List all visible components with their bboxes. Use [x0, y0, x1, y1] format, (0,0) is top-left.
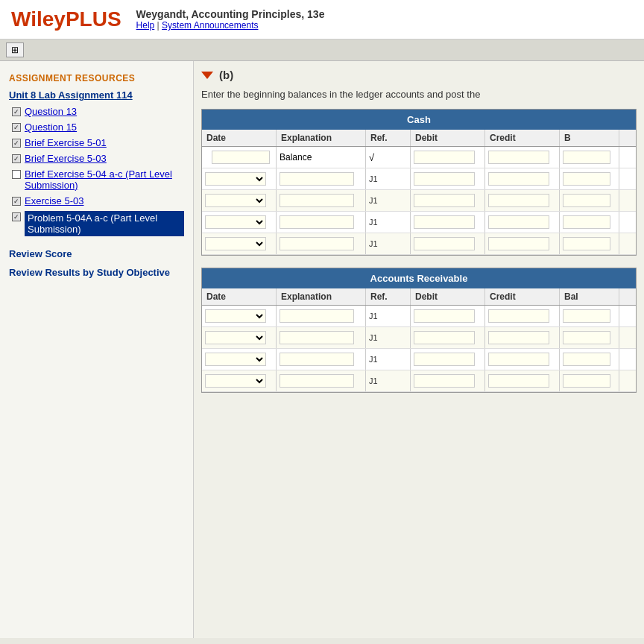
cash-r2-date-select[interactable]	[205, 194, 266, 207]
cash-r4-credit-input[interactable]	[488, 237, 549, 250]
ar-r1-debit-input[interactable]	[414, 309, 475, 323]
cash-r3-bal[interactable]	[560, 212, 619, 233]
ar-r4-explanation[interactable]	[277, 370, 366, 391]
sidebar-unit-title[interactable]: Unit 8 Lab Assignment 114	[0, 86, 193, 104]
ar-r4-explanation-input[interactable]	[280, 374, 354, 388]
cash-r3-credit-input[interactable]	[488, 215, 549, 229]
ar-r1-explanation-input[interactable]	[280, 309, 354, 323]
ar-r2-explanation[interactable]	[277, 327, 366, 348]
ar-r3-date[interactable]	[202, 349, 277, 370]
cash-r2-debit[interactable]	[411, 190, 485, 211]
cash-r2-bal-input[interactable]	[563, 194, 610, 207]
ar-r1-explanation[interactable]	[277, 306, 366, 326]
sidebar-item-ex503[interactable]: Exercise 5-03	[0, 193, 193, 209]
ar-r4-debit-input[interactable]	[414, 374, 475, 388]
sidebar-item-be503[interactable]: Brief Exercise 5-03	[0, 151, 193, 166]
cash-r2-credit[interactable]	[485, 190, 560, 211]
help-link[interactable]: Help	[136, 20, 155, 31]
cash-r1-explanation[interactable]	[277, 168, 366, 189]
collapse-icon[interactable]	[201, 72, 213, 79]
sidebar-item-q15[interactable]: Question 15	[0, 119, 193, 135]
sidebar-review-results[interactable]: Review Results by Study Objective	[0, 263, 193, 282]
cash-r2-date[interactable]	[202, 190, 277, 211]
cash-balance-debit[interactable]	[411, 147, 485, 168]
ar-r2-credit[interactable]	[485, 327, 560, 348]
cash-r3-explanation[interactable]	[277, 212, 366, 233]
ar-r3-bal-input[interactable]	[563, 353, 610, 366]
sidebar-link-ex503[interactable]: Exercise 5-03	[25, 195, 83, 206]
ar-r2-credit-input[interactable]	[488, 331, 549, 344]
announcements-link[interactable]: System Announcements	[162, 20, 258, 31]
cash-r3-explanation-input[interactable]	[280, 215, 354, 229]
sidebar-item-q13[interactable]: Question 13	[0, 104, 193, 119]
cash-balance-date[interactable]	[202, 147, 277, 168]
ar-r2-date[interactable]	[202, 327, 277, 348]
review-results-link[interactable]: Review Results by Study Objective	[9, 267, 170, 278]
cash-r4-credit[interactable]	[485, 233, 560, 254]
cash-r4-bal[interactable]	[560, 233, 619, 254]
sidebar-item-be504[interactable]: Brief Exercise 5-04 a-c (Part Level Subm…	[0, 166, 193, 193]
cash-balance-credit-input[interactable]	[488, 151, 549, 164]
cash-r1-date[interactable]	[202, 168, 277, 189]
cash-r1-date-select[interactable]	[205, 172, 266, 186]
ar-r4-bal-input[interactable]	[563, 374, 610, 388]
ar-r3-debit[interactable]	[411, 349, 485, 370]
ar-r3-debit-input[interactable]	[414, 353, 475, 366]
cash-r4-debit-input[interactable]	[414, 237, 475, 250]
expand-button[interactable]: ⊞	[6, 42, 24, 57]
cash-r2-bal[interactable]	[560, 190, 619, 211]
cash-balance-credit[interactable]	[485, 147, 560, 168]
cash-balance-bal-input[interactable]	[563, 151, 610, 164]
ar-r1-debit[interactable]	[411, 306, 485, 326]
sidebar-link-be503[interactable]: Brief Exercise 5-03	[25, 153, 107, 164]
ar-r2-debit-input[interactable]	[414, 331, 475, 344]
sidebar-link-q13[interactable]: Question 13	[25, 106, 77, 117]
ar-r1-credit-input[interactable]	[488, 309, 549, 323]
cash-balance-debit-input[interactable]	[414, 151, 475, 164]
cash-r3-debit-input[interactable]	[414, 215, 475, 229]
cash-r1-bal-input[interactable]	[563, 172, 610, 186]
ar-r3-credit[interactable]	[485, 349, 560, 370]
ar-r1-bal[interactable]	[560, 306, 619, 326]
cash-r1-debit[interactable]	[411, 168, 485, 189]
cash-r2-explanation[interactable]	[277, 190, 366, 211]
cash-r4-date-select[interactable]	[205, 237, 266, 250]
cash-r1-credit-input[interactable]	[488, 172, 549, 186]
sidebar-link-be501[interactable]: Brief Exercise 5-01	[25, 137, 107, 148]
ar-r2-explanation-input[interactable]	[280, 331, 354, 344]
cash-r4-bal-input[interactable]	[563, 237, 610, 250]
ar-r3-explanation-input[interactable]	[280, 353, 354, 366]
cash-r1-bal[interactable]	[560, 168, 619, 189]
ar-r2-bal[interactable]	[560, 327, 619, 348]
cash-r1-credit[interactable]	[485, 168, 560, 189]
ar-r1-bal-input[interactable]	[563, 309, 610, 323]
sidebar-link-prob504[interactable]: Problem 5-04A a-c (Part Level Submission…	[25, 211, 184, 236]
review-score-link[interactable]: Review Score	[9, 248, 72, 259]
ar-r4-bal[interactable]	[560, 370, 619, 391]
ar-r4-credit-input[interactable]	[488, 374, 549, 388]
cash-r4-debit[interactable]	[411, 233, 485, 254]
ar-r3-explanation[interactable]	[277, 349, 366, 370]
ar-r3-date-select[interactable]	[205, 353, 266, 366]
cash-r2-explanation-input[interactable]	[280, 194, 354, 207]
cash-r4-date[interactable]	[202, 233, 277, 254]
ar-r2-date-select[interactable]	[205, 331, 266, 344]
ar-r3-credit-input[interactable]	[488, 353, 549, 366]
ar-r1-date-select[interactable]	[205, 309, 266, 323]
cash-r3-debit[interactable]	[411, 212, 485, 233]
ar-r2-debit[interactable]	[411, 327, 485, 348]
cash-balance-bal[interactable]	[560, 147, 619, 168]
sidebar-item-be501[interactable]: Brief Exercise 5-01	[0, 135, 193, 151]
ar-r4-date[interactable]	[202, 370, 277, 391]
cash-r2-credit-input[interactable]	[488, 194, 549, 207]
cash-r1-explanation-input[interactable]	[280, 172, 354, 186]
ar-r1-date[interactable]	[202, 306, 277, 326]
ar-r2-bal-input[interactable]	[563, 331, 610, 344]
cash-balance-date-input[interactable]	[212, 151, 270, 164]
cash-r3-credit[interactable]	[485, 212, 560, 233]
sidebar-link-q15[interactable]: Question 15	[25, 121, 77, 133]
ar-r3-bal[interactable]	[560, 349, 619, 370]
sidebar-review-score[interactable]: Review Score	[0, 244, 193, 263]
cash-r3-date-select[interactable]	[205, 215, 266, 229]
cash-r1-debit-input[interactable]	[414, 172, 475, 186]
